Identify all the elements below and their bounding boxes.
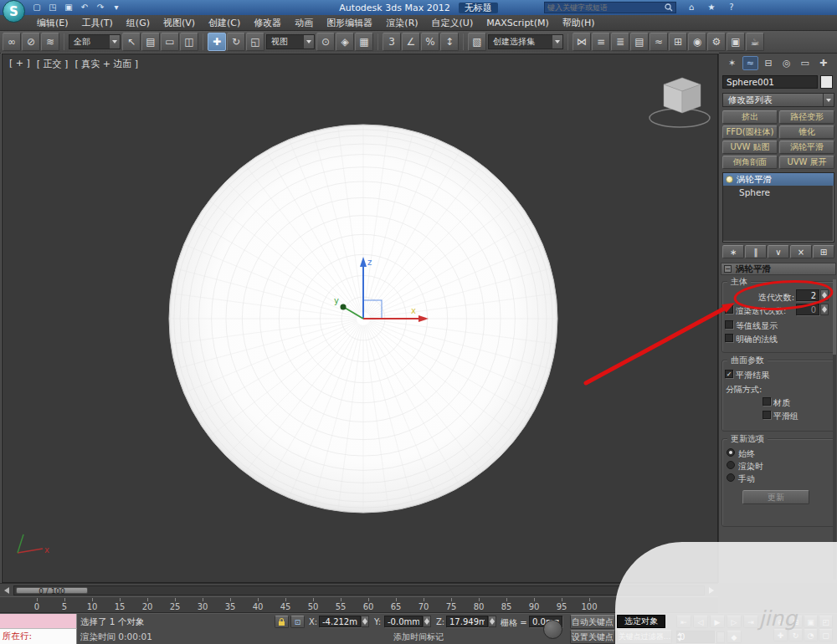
chevron-down-icon[interactable] <box>109 35 120 49</box>
render-iterations-spinner[interactable] <box>820 304 829 315</box>
time-slider-handle[interactable]: 0 / 100 <box>16 587 88 594</box>
explicit-normals-checkbox[interactable] <box>725 334 733 342</box>
stack-item-sphere[interactable]: Sphere <box>723 186 834 198</box>
viewcube[interactable] <box>650 78 710 127</box>
perspective-viewport[interactable]: [ + ] [ 正交 ] [ 真实 + 边面 ] z <box>2 54 718 583</box>
snap-toggle-icon[interactable]: 3 <box>383 33 401 51</box>
schematic-view-icon[interactable]: ⊞ <box>669 33 687 51</box>
menu-item-3[interactable]: 组(G) <box>120 15 157 31</box>
time-slider-track[interactable]: 0 / 100 <box>13 585 705 595</box>
iterations-spinner[interactable] <box>820 289 829 301</box>
select-object-icon[interactable]: ↖ <box>122 33 141 51</box>
update-when-rendering-radio[interactable] <box>727 461 735 469</box>
selection-lock-toggle[interactable] <box>275 616 289 628</box>
material-editor-icon[interactable]: ◉ <box>688 33 706 51</box>
absolute-offset-toggle[interactable]: ⊡ <box>290 616 305 628</box>
bind-to-space-warp-icon[interactable]: ≋ <box>41 33 59 51</box>
smoothing-groups-checkbox[interactable] <box>763 411 771 419</box>
menu-item-11[interactable]: MAXScript(M) <box>480 16 556 30</box>
render-iterations-field[interactable] <box>796 304 819 315</box>
select-and-rotate-icon[interactable]: ↻ <box>227 33 245 51</box>
select-by-name-icon[interactable]: ▤ <box>141 33 160 51</box>
modifier-list-dropdown[interactable]: 修改器列表 <box>722 93 834 107</box>
iterations-field[interactable] <box>796 289 819 301</box>
edit-named-sets-icon[interactable]: ▧ <box>468 33 486 51</box>
viewport-menu-shading[interactable]: [ 真实 + 边面 ] <box>74 58 138 70</box>
add-time-tag[interactable]: 添加时间标记 <box>393 631 444 643</box>
curve-editor-icon[interactable]: ≈ <box>650 33 668 51</box>
spinner-snap-icon[interactable]: ↕ <box>440 33 459 51</box>
menu-item-8[interactable]: 图形编辑器 <box>320 15 379 31</box>
make-unique-icon[interactable]: ∨ <box>768 245 789 258</box>
rendered-frame-icon[interactable]: ▣ <box>727 33 745 51</box>
modifier-set-button-4[interactable]: 锥化 <box>779 125 834 139</box>
z-coord-spinner[interactable] <box>488 616 496 627</box>
track-bar[interactable]: 0510152025303540455055606570758085909510… <box>0 596 718 613</box>
hierarchy-tab[interactable]: ⊟ <box>761 56 777 70</box>
set-key-button[interactable]: 设置关键点 <box>570 630 615 644</box>
named-selection-sets-dropdown[interactable]: 创建选择集 <box>488 34 563 49</box>
mirror-icon[interactable]: ⋈ <box>573 33 591 51</box>
viewport-menu-pov[interactable]: [ + ] <box>9 58 30 70</box>
modifier-set-button-8[interactable]: UVW 展开 <box>779 156 834 169</box>
auto-key-button[interactable]: 自动关键点 <box>570 615 615 629</box>
search-input[interactable] <box>547 3 665 12</box>
modify-tab[interactable]: ≈ <box>742 56 758 70</box>
object-color-swatch[interactable] <box>820 75 833 89</box>
open-file-icon[interactable]: ◳ <box>46 1 59 13</box>
turbosmooth-rollout-header[interactable]: − 涡轮平滑 <box>721 263 836 275</box>
new-file-icon[interactable]: ▢ <box>30 1 44 13</box>
object-name-field[interactable] <box>722 75 818 89</box>
select-and-manipulate-icon[interactable]: ◈ <box>336 33 354 51</box>
y-coord-spinner[interactable] <box>423 616 431 627</box>
panel-scrollbar[interactable] <box>833 279 836 580</box>
select-and-link-icon[interactable]: ∞ <box>3 33 21 51</box>
configure-modifier-sets-icon[interactable]: ⊞ <box>813 245 834 258</box>
workspace-dropdown-icon[interactable]: ▾ <box>110 1 123 13</box>
utilities-tab[interactable]: ✚ <box>815 56 831 70</box>
application-menu-button[interactable]: S <box>3 0 25 23</box>
menu-item-9[interactable]: 渲染(R) <box>379 15 424 31</box>
create-tab[interactable]: ✶ <box>724 56 740 70</box>
align-icon[interactable]: ≡ <box>592 33 610 51</box>
menu-item-2[interactable]: 工具(T) <box>75 15 120 31</box>
maxscript-mini-listener-macro[interactable] <box>0 614 77 629</box>
modifier-set-button-3[interactable]: FFD(圆柱体) <box>722 125 778 139</box>
menu-item-5[interactable]: 创建(C) <box>202 15 247 31</box>
percent-snap-icon[interactable]: % <box>421 33 439 51</box>
selection-filter-dropdown[interactable]: 全部 <box>69 34 121 49</box>
maxscript-mini-listener[interactable]: 所在行: <box>0 629 77 644</box>
menu-item-12[interactable]: 帮助(H) <box>556 15 602 31</box>
unlink-selection-icon[interactable]: ⊘ <box>22 33 40 51</box>
select-and-move-icon[interactable]: ✚ <box>208 33 226 51</box>
redo-icon[interactable]: ↷ <box>94 1 107 13</box>
home-icon[interactable]: ⌂ <box>685 1 698 13</box>
modifier-set-button-2[interactable]: 路径变形 <box>779 110 834 124</box>
isoline-display-checkbox[interactable] <box>725 320 733 329</box>
chevron-down-icon[interactable] <box>303 35 314 49</box>
update-button[interactable]: 更新 <box>742 490 809 504</box>
materials-checkbox[interactable] <box>763 397 771 406</box>
modifier-set-button-5[interactable]: UVW 贴图 <box>722 141 778 154</box>
angle-snap-icon[interactable]: ∠ <box>402 33 420 51</box>
set-keys-big-button[interactable] <box>543 620 562 639</box>
ribbon-icon[interactable]: ▤ <box>630 33 649 51</box>
collapse-icon[interactable]: − <box>724 265 732 273</box>
favorites-icon[interactable]: ★ <box>705 1 718 13</box>
menu-item-6[interactable]: 修改器 <box>247 15 288 31</box>
modifier-set-button-1[interactable]: 挤出 <box>722 110 778 124</box>
motion-tab[interactable]: ◎ <box>778 56 794 70</box>
pin-stack-icon[interactable]: ∗ <box>722 245 744 258</box>
select-and-scale-icon[interactable]: ◱ <box>246 33 264 51</box>
menu-item-10[interactable]: 自定义(U) <box>425 15 480 31</box>
show-end-result-icon[interactable]: ‖ <box>745 245 767 258</box>
stack-item-turbosmooth[interactable]: 涡轮平滑 <box>723 173 834 186</box>
render-iterations-checkbox[interactable] <box>725 305 733 314</box>
display-tab[interactable]: ▭ <box>797 56 813 70</box>
use-pivot-center-icon[interactable]: ⊙ <box>316 33 335 51</box>
modifier-set-button-7[interactable]: 倒角剖面 <box>722 156 778 169</box>
modifier-set-button-6[interactable]: 涡轮平滑 <box>779 141 834 154</box>
previous-frame-arrow-icon[interactable] <box>4 587 9 594</box>
render-setup-icon[interactable]: ⚙ <box>707 33 726 51</box>
reference-coordinate-dropdown[interactable]: 视图 <box>266 34 315 49</box>
